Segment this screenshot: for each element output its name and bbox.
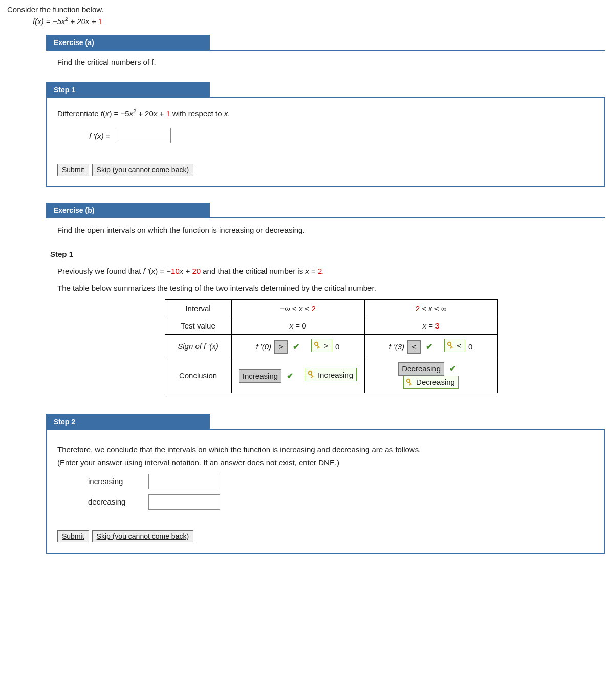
key-icon [314, 341, 322, 349]
exB-previously-text: Previously we found that f ′(x) = −10x +… [57, 266, 605, 276]
fprime-input[interactable] [115, 128, 171, 143]
fprime-label: f ′(x) = [89, 132, 111, 140]
check-icon: ✔ [287, 371, 293, 380]
sign-col1-key: > [311, 339, 332, 352]
check-icon: ✔ [293, 342, 299, 351]
concl-col1-key: Increasing [305, 368, 357, 381]
sign-col1: f ′(0) > ✔ > 0 [231, 335, 364, 358]
exA-step1-box: Differentiate f(x) = −5x2 + 20x + 1 with… [46, 98, 605, 187]
key-icon [406, 378, 414, 386]
sign-col2: f ′(3) < ✔ < 0 [364, 335, 497, 358]
page-intro: Consider the function below. [7, 5, 605, 14]
sign-col2-answer[interactable]: < [407, 340, 421, 354]
decreasing-label: decreasing [88, 497, 139, 506]
exercise-b-header: Exercise (b) [46, 203, 210, 218]
row-interval-label: Interval [165, 300, 231, 317]
exA-submit-button[interactable]: Submit [57, 164, 89, 176]
interval-col1: −∞ < x < 2 [231, 300, 364, 317]
exA-step1-header: Step 1 [46, 82, 210, 98]
exB-step1-title: Step 1 [50, 250, 605, 258]
concl-col2-key: Decreasing [403, 376, 459, 389]
exercise-a-prompt: Find the critical numbers of f. [57, 58, 605, 67]
concl-col2-answer[interactable]: Decreasing [398, 362, 444, 376]
sign-col2-key: < [444, 339, 465, 352]
exB-step2-box: Therefore, we conclude that the interval… [46, 430, 605, 554]
key-icon [308, 370, 316, 379]
check-icon: ✔ [449, 364, 456, 373]
exA-skip-button[interactable]: Skip (you cannot come back) [92, 164, 194, 176]
sign-table: Interval −∞ < x < 2 2 < x < ∞ Test value… [165, 299, 498, 393]
sign-col1-answer[interactable]: > [274, 340, 288, 354]
concl-col1-answer[interactable]: Increasing [239, 369, 281, 383]
step2-text2: (Enter your answer using interval notati… [57, 457, 594, 468]
exercise-b-prompt: Find the open intervals on which the fun… [57, 226, 605, 234]
increasing-input[interactable] [148, 474, 220, 489]
concl-col2: Decreasing ✔ Decreasing [364, 358, 497, 393]
row-test-label: Test value [165, 317, 231, 335]
key-icon [447, 341, 455, 349]
step2-text1: Therefore, we conclude that the interval… [57, 444, 594, 455]
function-definition: f(x) = −5x2 + 20x + 1 [33, 16, 605, 26]
decreasing-input[interactable] [148, 494, 220, 510]
row-conclusion-label: Conclusion [165, 358, 231, 393]
exercise-a-header: Exercise (a) [46, 35, 210, 51]
test-col2: x = 3 [364, 317, 497, 335]
exB-skip-button[interactable]: Skip (you cannot come back) [92, 530, 194, 542]
differentiate-instruction: Differentiate f(x) = −5x2 + 20x + 1 with… [57, 108, 594, 118]
increasing-label: increasing [88, 477, 139, 486]
check-icon: ✔ [426, 342, 432, 351]
concl-col1: Increasing ✔ Increasing [231, 358, 364, 393]
exB-submit-button[interactable]: Submit [57, 530, 89, 542]
interval-col2: 2 < x < ∞ [364, 300, 497, 317]
test-col1: x = 0 [231, 317, 364, 335]
exB-step2-header: Step 2 [46, 414, 210, 430]
row-sign-label: Sign of f ′(x) [165, 335, 231, 358]
exB-table-intro: The table below summarizes the testing o… [57, 282, 605, 293]
